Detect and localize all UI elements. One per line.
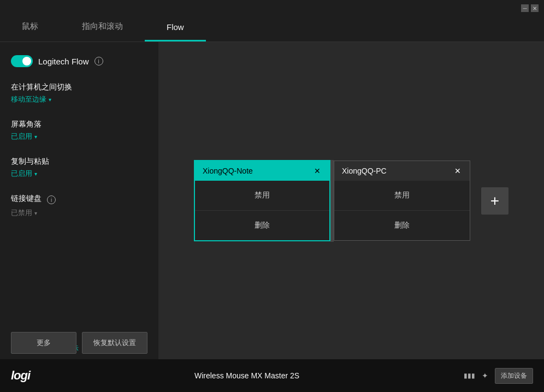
battery-icon: ▮▮▮ (464, 372, 475, 379)
copy-paste-title: 复制与粘贴 (11, 157, 147, 167)
device-name: Wireless Mouse MX Master 2S (194, 371, 299, 380)
title-bar: ─ ✕ (516, 0, 544, 16)
copy-paste-subtitle[interactable]: 已启用 ▾ (11, 169, 147, 179)
chevron-down-icon: ▾ (49, 97, 51, 103)
card-delete-note[interactable]: 删除 (195, 211, 329, 240)
computer-switch-section: 在计算机之间切换 移动至边缘 ▾ (11, 82, 147, 104)
card-name-note: XiongQQ-Note (203, 167, 253, 175)
card-disable-note[interactable]: 禁用 (195, 181, 329, 211)
screen-corner-section: 屏幕角落 已启用 ▾ (11, 120, 147, 141)
bottom-right: ▮▮▮ ✦ 添加设备 (464, 368, 533, 384)
linked-keyboard-section: 链接键盘 i 已禁用 ▾ (11, 194, 147, 218)
card-header-pc: XiongQQ-PC ✕ (334, 161, 470, 181)
action-buttons: 更多 恢复默认设置 (0, 332, 158, 354)
add-device-button[interactable]: 添加设备 (495, 368, 533, 384)
computer-card-pc: XiongQQ-PC ✕ 禁用 删除 (334, 161, 470, 241)
tab-flow[interactable]: Flow (145, 16, 206, 41)
tab-bar: 鼠标 指向和滚动 Flow (0, 0, 544, 42)
logi-logo: logi (11, 369, 30, 383)
tab-mouse[interactable]: 鼠标 (0, 15, 60, 41)
main-content: XiongQQ-Note ✕ 禁用 删除 XiongQQ-PC ✕ 禁用 删除 … (158, 42, 544, 359)
computer-switch-subtitle[interactable]: 移动至边缘 ▾ (11, 94, 147, 104)
logiflow-toggle[interactable] (11, 55, 33, 67)
close-button[interactable]: ✕ (531, 4, 539, 12)
logiflow-section: Logitech Flow i (11, 55, 147, 67)
tab-pointing[interactable]: 指向和滚动 (60, 15, 145, 41)
screen-corner-title: 屏幕角落 (11, 120, 147, 129)
card-close-pc[interactable]: ✕ (453, 167, 462, 175)
card-disable-pc[interactable]: 禁用 (334, 181, 470, 211)
card-close-note[interactable]: ✕ (313, 167, 322, 175)
linked-keyboard-subtitle[interactable]: 已禁用 ▾ (11, 208, 147, 218)
bluetooth-icon: ✦ (482, 371, 488, 380)
chevron-down-icon-4: ▾ (34, 210, 37, 216)
computers-area: XiongQQ-Note ✕ 禁用 删除 XiongQQ-PC ✕ 禁用 删除 … (194, 160, 508, 242)
sidebar: Logitech Flow i 在计算机之间切换 移动至边缘 ▾ 屏幕角落 已启… (0, 42, 158, 359)
computer-switch-title: 在计算机之间切换 (11, 82, 147, 92)
card-delete-pc[interactable]: 删除 (334, 211, 470, 240)
card-header-note: XiongQQ-Note ✕ (195, 161, 329, 181)
chevron-down-icon-2: ▾ (34, 134, 37, 140)
minimize-button[interactable]: ─ (521, 4, 529, 12)
logiflow-label: Logitech Flow (38, 57, 89, 66)
computer-card-note: XiongQQ-Note ✕ 禁用 删除 (194, 160, 330, 241)
add-computer-button[interactable]: + (481, 187, 508, 215)
linked-keyboard-info-icon[interactable]: i (47, 195, 56, 204)
bottom-bar: logi Wireless Mouse MX Master 2S ▮▮▮ ✦ 添… (0, 359, 544, 392)
more-button[interactable]: 更多 (11, 332, 76, 354)
linked-keyboard-title: 链接键盘 (11, 194, 42, 204)
chevron-down-icon-3: ▾ (34, 171, 37, 177)
card-name-pc: XiongQQ-PC (342, 167, 387, 175)
copy-paste-section: 复制与粘贴 已启用 ▾ (11, 157, 147, 179)
restore-defaults-button[interactable]: 恢复默认设置 (82, 332, 147, 354)
logiflow-info-icon[interactable]: i (94, 57, 103, 66)
screen-corner-subtitle[interactable]: 已启用 ▾ (11, 132, 147, 141)
